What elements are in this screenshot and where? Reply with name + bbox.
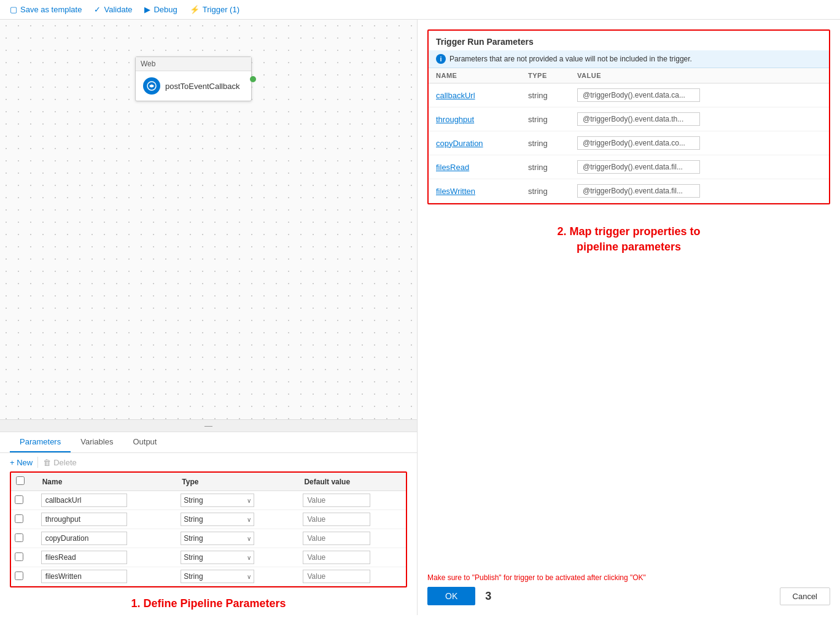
param-type-select[interactable]: String Int Float Bool Array Object Secur… bbox=[181, 551, 254, 564]
trigger-param-name-link[interactable]: throughput bbox=[436, 115, 474, 124]
param-type-select[interactable]: String Int Float Bool Array Object Secur… bbox=[181, 494, 254, 507]
trigger-row-name: copyDuration bbox=[429, 131, 521, 155]
activity-header-label: Web bbox=[141, 60, 155, 68]
debug-button[interactable]: ▶ Debug bbox=[144, 5, 177, 14]
param-value-input[interactable] bbox=[303, 513, 370, 526]
trigger-title-text: Trigger Run Parameters bbox=[436, 37, 534, 47]
canvas-area: Web postToEventCallback — bbox=[0, 20, 417, 432]
param-value-input[interactable] bbox=[303, 551, 370, 564]
trigger-header-type: TYPE bbox=[528, 72, 547, 79]
tab-output[interactable]: Output bbox=[123, 432, 166, 452]
trigger-param-name-link[interactable]: callbackUrl bbox=[436, 91, 475, 100]
tab-variables[interactable]: Variables bbox=[71, 432, 123, 452]
parameters-table: Name Type Default value bbox=[11, 473, 406, 586]
row-value-cell bbox=[299, 491, 406, 510]
trigger-param-name-link[interactable]: filesRead bbox=[436, 163, 469, 172]
row-type-cell: String Int Float Bool Array Object Secur… bbox=[177, 491, 299, 510]
row-checkbox[interactable] bbox=[15, 495, 23, 504]
select-all-checkbox[interactable] bbox=[16, 476, 25, 485]
trigger-th-name: NAME bbox=[429, 68, 521, 83]
step2-text: 2. Map trigger properties topipeline par… bbox=[557, 225, 700, 253]
step2-label: 2. Map trigger properties topipeline par… bbox=[427, 214, 830, 260]
save-template-button[interactable]: ▢ Save as template bbox=[10, 5, 82, 14]
step3-text: 3 bbox=[485, 590, 491, 602]
th-name: Name bbox=[37, 473, 177, 491]
param-value-input[interactable] bbox=[303, 494, 370, 507]
row-value-cell bbox=[299, 567, 406, 586]
param-name-input[interactable] bbox=[41, 570, 127, 583]
right-panel: Trigger Run Parameters i Parameters that… bbox=[418, 20, 840, 615]
row-type-cell: String Int Float Bool Array Object Secur… bbox=[177, 529, 299, 548]
trigger-row-value bbox=[570, 83, 829, 107]
type-select-wrapper: String Int Float Bool Array Object Secur… bbox=[181, 494, 254, 507]
bottom-panel-toolbar: + New 🗑 Delete bbox=[0, 453, 417, 471]
save-template-label: Save as template bbox=[20, 5, 82, 14]
validate-icon: ✓ bbox=[94, 5, 101, 14]
activity-box[interactable]: Web postToEventCallback bbox=[135, 56, 252, 101]
row-checkbox[interactable] bbox=[15, 533, 23, 542]
tab-parameters[interactable]: Parameters bbox=[10, 432, 71, 452]
trigger-table: NAME TYPE VALUE callbackUrl string bbox=[429, 68, 829, 203]
activity-box-body: postToEventCallback bbox=[136, 71, 251, 101]
cancel-button[interactable]: Cancel bbox=[780, 587, 830, 605]
row-value-cell bbox=[299, 548, 406, 567]
trigger-param-name-link[interactable]: copyDuration bbox=[436, 139, 483, 148]
row-name-cell bbox=[37, 510, 177, 529]
debug-label: Debug bbox=[154, 5, 177, 14]
trigger-param-name-link[interactable]: filesWritten bbox=[436, 187, 475, 196]
trigger-icon: ⚡ bbox=[190, 5, 200, 14]
minimize-icon[interactable]: — bbox=[204, 421, 212, 430]
trigger-value-input[interactable] bbox=[577, 160, 700, 174]
bottom-actions: Make sure to "Publish" for trigger to be… bbox=[427, 573, 830, 605]
row-checkbox[interactable] bbox=[15, 552, 23, 561]
trigger-value-input[interactable] bbox=[577, 136, 700, 150]
trigger-value-input[interactable] bbox=[577, 88, 700, 102]
header-value-label: Default value bbox=[304, 478, 350, 486]
table-row: String Int Float Bool Array Object Secur… bbox=[11, 491, 406, 510]
validate-button[interactable]: ✓ Validate bbox=[94, 5, 132, 14]
ok-button[interactable]: OK bbox=[427, 587, 475, 605]
trigger-table-row: copyDuration string bbox=[429, 131, 829, 155]
param-value-input[interactable] bbox=[303, 570, 370, 583]
ok-label: OK bbox=[445, 591, 457, 601]
param-name-input[interactable] bbox=[41, 494, 127, 507]
param-name-input[interactable] bbox=[41, 551, 127, 564]
row-checkbox[interactable] bbox=[15, 572, 23, 580]
th-select-all bbox=[11, 473, 37, 491]
step3-label: 3 bbox=[485, 590, 491, 603]
row-name-cell bbox=[37, 567, 177, 586]
param-name-input[interactable] bbox=[41, 532, 127, 545]
new-parameter-button[interactable]: + New bbox=[10, 458, 33, 467]
row-checkbox[interactable] bbox=[15, 514, 23, 523]
row-checkbox-cell bbox=[11, 529, 37, 548]
trigger-row-value bbox=[570, 131, 829, 155]
delete-parameter-button[interactable]: 🗑 Delete bbox=[43, 458, 77, 467]
tab-parameters-label: Parameters bbox=[20, 437, 61, 446]
trigger-row-type: string bbox=[521, 179, 570, 203]
trigger-header-value: VALUE bbox=[577, 72, 601, 79]
info-icon: i bbox=[436, 54, 446, 64]
row-value-cell bbox=[299, 510, 406, 529]
trigger-table-row: callbackUrl string bbox=[429, 83, 829, 107]
trigger-info-bar: i Parameters that are not provided a val… bbox=[429, 50, 829, 68]
activity-name-label: postToEventCallback bbox=[165, 82, 239, 91]
param-type-select[interactable]: String Int Float Bool Array Object Secur… bbox=[181, 570, 254, 583]
trigger-row-type: string bbox=[521, 107, 570, 131]
publish-warning-text: Make sure to "Publish" for trigger to be… bbox=[427, 573, 646, 582]
trigger-value-input[interactable] bbox=[577, 112, 700, 126]
new-label: + New bbox=[10, 458, 33, 467]
trigger-header-name: NAME bbox=[436, 72, 457, 79]
trigger-row-name: throughput bbox=[429, 107, 521, 131]
type-select-wrapper: String Int Float Bool Array Object Secur… bbox=[181, 551, 254, 564]
toolbar-separator bbox=[37, 457, 38, 468]
trigger-table-row: filesRead string bbox=[429, 155, 829, 179]
left-panel: Web postToEventCallback — bbox=[0, 20, 418, 615]
param-type-select[interactable]: String Int Float Bool Array Object Secur… bbox=[181, 513, 254, 526]
trigger-value-input[interactable] bbox=[577, 184, 700, 198]
param-name-input[interactable] bbox=[41, 513, 127, 526]
trigger-table-row: filesWritten string bbox=[429, 179, 829, 203]
trigger-button[interactable]: ⚡ Trigger (1) bbox=[190, 5, 239, 14]
param-type-select[interactable]: String Int Float Bool Array Object Secur… bbox=[181, 532, 254, 545]
param-value-input[interactable] bbox=[303, 532, 370, 545]
table-row: String Int Float Bool Array Object Secur… bbox=[11, 548, 406, 567]
